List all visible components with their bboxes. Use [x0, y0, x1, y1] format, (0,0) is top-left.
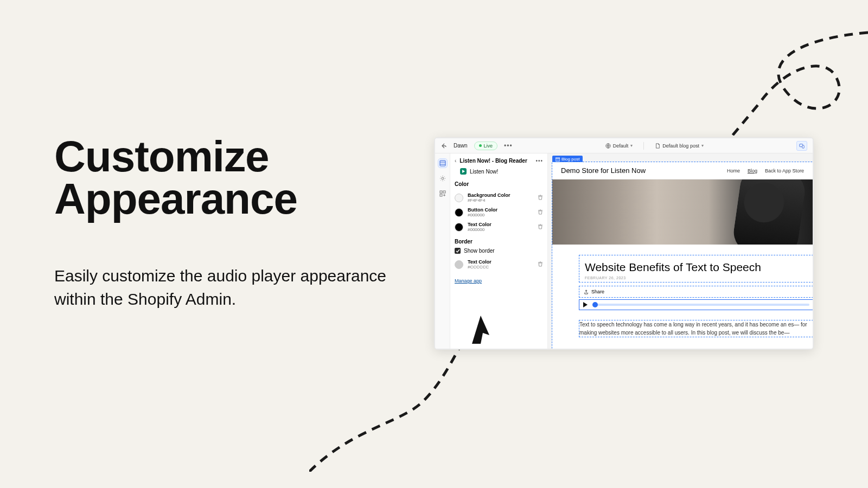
- body-text: Easily customize the audio player appear…: [54, 264, 401, 311]
- undo-icon[interactable]: [441, 143, 447, 149]
- share-icon: [584, 290, 589, 294]
- play-icon: [583, 302, 588, 307]
- svg-marker-10: [462, 170, 465, 173]
- live-badge: Live: [474, 142, 498, 150]
- svg-marker-13: [583, 302, 588, 307]
- topbar: Dawn Live ••• Default ▾ Default blog pos…: [435, 138, 813, 153]
- color-value: #000000: [468, 213, 497, 217]
- article-title-box: Website Benefits of Text to Speech FEBRU…: [579, 255, 813, 282]
- hero-image: [552, 179, 813, 245]
- section-more-icon[interactable]: •••: [535, 158, 543, 164]
- settings-icon[interactable]: [438, 174, 447, 183]
- progress-bar[interactable]: [592, 304, 809, 306]
- svg-rect-8: [443, 191, 445, 193]
- svg-rect-7: [440, 191, 442, 193]
- article-title: Website Benefits of Text to Speech: [585, 261, 807, 274]
- back-icon[interactable]: ‹: [455, 158, 456, 164]
- decorative-curve-top: [597, 27, 868, 136]
- color-value: #000000: [468, 227, 492, 232]
- color-swatch: [455, 223, 463, 232]
- sections-icon[interactable]: [438, 159, 447, 168]
- show-border-toggle[interactable]: Show border: [455, 248, 543, 254]
- color-label: Background Color: [468, 192, 510, 198]
- color-row[interactable]: Button Color#000000: [455, 205, 543, 220]
- svg-rect-11: [556, 158, 560, 161]
- color-value: #CCCCCC: [468, 265, 492, 269]
- svg-rect-9: [440, 194, 442, 196]
- color-row[interactable]: Background Color#F4F4F4: [455, 190, 543, 205]
- color-swatch: [455, 194, 463, 202]
- show-border-label: Show border: [464, 248, 495, 254]
- template-selector[interactable]: Default blog post ▾: [650, 142, 708, 150]
- nav-blog[interactable]: Blog: [748, 168, 757, 174]
- svg-point-6: [442, 177, 444, 179]
- nav-home[interactable]: Home: [727, 168, 740, 174]
- editor-screenshot: Dawn Live ••• Default ▾ Default blog pos…: [434, 137, 814, 350]
- color-label: Button Color: [468, 207, 497, 213]
- color-label: Text Color: [468, 222, 492, 227]
- article-body: Text to speech technology has come a lon…: [579, 320, 813, 337]
- store-brand: Demo Store for Listen Now: [561, 166, 646, 175]
- manage-app-link[interactable]: Manage app: [455, 278, 543, 284]
- share-row[interactable]: Share: [579, 286, 813, 297]
- app-name: Listen Now!: [470, 169, 498, 175]
- checkbox-icon: [455, 248, 461, 254]
- delete-icon[interactable]: [538, 224, 543, 230]
- device-preview-icon[interactable]: [796, 141, 807, 151]
- nav-back-to-app-store[interactable]: Back to App Store: [765, 168, 804, 174]
- delete-icon[interactable]: [538, 195, 543, 201]
- delete-icon[interactable]: [538, 209, 543, 216]
- apps-icon[interactable]: [438, 189, 447, 198]
- app-badge-icon: [460, 168, 467, 175]
- more-menu-icon[interactable]: •••: [504, 142, 513, 150]
- section-title: Listen Now! - Blog Reader: [459, 158, 527, 164]
- app-block[interactable]: Listen Now!: [460, 168, 543, 175]
- preview-canvas: Blog post Demo Store for Listen Now Home…: [548, 153, 813, 349]
- color-swatch: [455, 208, 463, 217]
- svg-rect-2: [802, 145, 804, 148]
- sidebar-rail: [435, 153, 450, 349]
- border-section-title: Border: [455, 239, 543, 245]
- site-header: Demo Store for Listen Now Home Blog Back…: [552, 162, 813, 179]
- audio-player[interactable]: [579, 300, 813, 310]
- color-swatch: [455, 260, 463, 269]
- color-section-title: Color: [455, 181, 543, 187]
- settings-panel: ‹ Listen Now! - Blog Reader ••• Listen N…: [450, 153, 548, 349]
- color-row[interactable]: Text Color#000000: [455, 220, 543, 234]
- border-color-row[interactable]: Text Color #CCCCCC: [455, 257, 543, 272]
- article-date: FEBRUARY 26, 2023: [585, 276, 807, 280]
- color-value: #F4F4F4: [468, 198, 510, 203]
- svg-rect-3: [440, 160, 445, 166]
- viewport-selector[interactable]: Default ▾: [601, 142, 637, 150]
- headline: Customize Appearance: [54, 136, 401, 221]
- theme-name: Dawn: [454, 143, 468, 149]
- delete-icon[interactable]: [538, 261, 543, 268]
- color-label: Text Color: [468, 259, 492, 265]
